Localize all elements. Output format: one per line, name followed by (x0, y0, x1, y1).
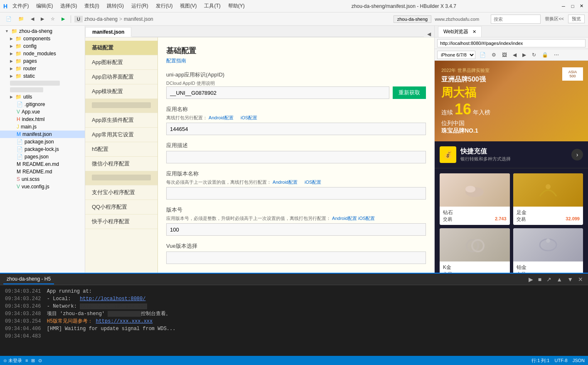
product-card-diamond[interactable]: 钻石 交易 2.743 (440, 173, 510, 225)
desc-input[interactable] (166, 151, 426, 163)
tree-item-pages[interactable]: ▶ 📁 pages (0, 57, 85, 65)
browser-refresh-button[interactable]: ↻ (530, 51, 538, 59)
browser-screenshot-button[interactable]: 🖼 (500, 51, 509, 59)
version-android-link[interactable]: Android配置 (273, 180, 298, 185)
tree-item-pages-json[interactable]: 📄 pages.json (0, 153, 85, 160)
version-num-ios-link[interactable]: iOS配置 (358, 216, 375, 221)
run-again-button[interactable]: ▶ (527, 275, 535, 284)
nav-item-native-plugins[interactable]: App原生插件配置 (85, 113, 157, 128)
bookmark-button[interactable]: ☆ (48, 15, 57, 22)
appname-input[interactable] (166, 123, 426, 135)
open-folder-button[interactable]: 📁 (16, 15, 27, 22)
tree-item-manifest-json[interactable]: M manifest.json (0, 131, 85, 138)
nav-item-uni-stats[interactable] (85, 171, 157, 185)
tree-item-static[interactable]: ▶ 📁 static (0, 72, 85, 80)
menu-file[interactable]: 文件(F) (10, 2, 31, 10)
export-button[interactable]: ↗ (545, 275, 553, 284)
menu-run[interactable]: 运行(R) (129, 2, 151, 10)
login-status[interactable]: ⊙ 未登录 (3, 358, 22, 364)
tree-item-main-js[interactable]: J main.js (0, 123, 85, 131)
browser-close-button[interactable]: ✕ (472, 29, 476, 34)
version-num-input[interactable] (166, 223, 426, 236)
browser-more-button[interactable]: ⋯ (552, 51, 561, 59)
stop-button[interactable]: ■ (536, 275, 543, 284)
nav-item-permissions[interactable] (85, 99, 157, 113)
nav-item-wechat[interactable]: 微信小程序配置 (85, 157, 157, 171)
search-input[interactable] (491, 15, 541, 24)
tree-item-readme[interactable]: M README.md (0, 168, 85, 175)
product-card-k[interactable]: K金 交易 (440, 228, 510, 273)
menu-jump[interactable]: 跳转(G) (104, 2, 126, 10)
browser-tab[interactable]: Web浏览器 ✕ (438, 26, 482, 37)
menu-view[interactable]: 视图(V) (177, 2, 199, 10)
browser-lock-button[interactable]: 🔒 (540, 51, 550, 59)
minimize-button[interactable]: ─ (561, 3, 566, 9)
appid-input[interactable] (166, 86, 389, 99)
tree-item-node-modules[interactable]: ▶ 📁 node_modules (0, 50, 85, 57)
nav-item-qq[interactable]: QQ小程序配置 (85, 200, 157, 215)
nav-item-h5[interactable]: h5配置 (85, 142, 157, 157)
browser-back-button[interactable]: ◀ (511, 51, 518, 59)
run-button[interactable]: ▶ (59, 15, 67, 22)
breadcrumb-file[interactable]: manifest.json (124, 16, 153, 22)
nav-item-splash[interactable]: App启动界面配置 (85, 70, 157, 84)
local-url-link[interactable]: http://localhost:8080/ (80, 296, 145, 302)
faq-link[interactable]: https://xxx.xxx.xxx (96, 318, 153, 324)
menu-edit[interactable]: 编辑(E) (34, 2, 55, 10)
menu-help[interactable]: 帮助(Y) (226, 2, 247, 10)
product-card-gold[interactable]: 足金 交易 32.099 (513, 173, 583, 225)
appid-link[interactable]: DCloud AppID 使用说明 (166, 81, 215, 86)
tree-item-gitignore[interactable]: 📄 .gitignore (0, 101, 85, 108)
menu-select[interactable]: 选择(S) (58, 2, 79, 10)
tree-item-vue-config[interactable]: V vue.config.js (0, 183, 85, 190)
vue-version-input[interactable] (166, 252, 426, 264)
version-name-input[interactable] (166, 187, 426, 200)
nav-item-kuaishou[interactable]: 快手小程序配置 (85, 215, 157, 229)
scroll-down-button[interactable]: ▼ (566, 275, 575, 284)
tree-root[interactable]: ▼ 📁 zhou-da-sheng (0, 27, 85, 35)
nav-item-alipay[interactable]: 支付宝小程序配置 (85, 185, 157, 200)
tree-item-utils[interactable]: ▶ 📁 utils (0, 93, 85, 101)
tree-item-config[interactable]: ▶ 📁 config (0, 42, 85, 50)
maximize-button[interactable]: □ (570, 3, 576, 9)
device-selector[interactable]: iPhone 6/7/8 (437, 51, 475, 59)
version-ios-link[interactable]: iOS配置 (305, 180, 321, 185)
forward-button[interactable]: ▶ (38, 15, 47, 22)
replace-button[interactable]: 替换区<< (542, 15, 566, 23)
scroll-up-button[interactable]: ▲ (555, 275, 564, 284)
nav-item-basic[interactable]: 基础配置 (85, 41, 157, 55)
close-panel-button[interactable]: ✕ (576, 275, 585, 284)
browser-forward-button[interactable]: ▶ (521, 51, 528, 59)
android-config-link[interactable]: Android配置 (209, 115, 234, 120)
browser-open-button[interactable]: 📄 (478, 51, 487, 59)
editor-tab-manifest[interactable]: manifest.json (85, 27, 131, 37)
preview-button[interactable]: 预览 (568, 15, 585, 23)
back-button[interactable]: ◀ (28, 15, 37, 22)
tree-item-app-vue[interactable]: V App.vue (0, 108, 85, 116)
browser-settings-button[interactable]: ⚙ (490, 51, 498, 59)
nav-item-other[interactable]: App常用其它设置 (85, 128, 157, 142)
close-button[interactable]: ✕ (579, 3, 585, 9)
quick-arrow-icon[interactable]: › (571, 149, 583, 160)
tree-item-package-lock[interactable]: 📄 package-lock.js (0, 146, 85, 153)
tree-item-router[interactable]: ▶ 📁 router (0, 65, 85, 72)
tree-item-components[interactable]: ▶ 📁 components (0, 35, 85, 42)
menu-find[interactable]: 查找(I) (82, 2, 101, 10)
tree-item-readme-en[interactable]: M README.en.md (0, 160, 85, 168)
tree-item-index-html[interactable]: H index.html (0, 116, 85, 123)
nav-item-icon[interactable]: App图标配置 (85, 55, 157, 70)
menu-publish[interactable]: 发行(U) (153, 2, 175, 10)
refresh-appid-button[interactable]: 重新获取 (393, 86, 426, 99)
tree-item-package-json[interactable]: 📄 package.json (0, 138, 85, 146)
ios-config-link[interactable]: iOS配置 (241, 115, 257, 120)
bottom-tab-console[interactable]: zhou-da-sheng - H5 (3, 274, 54, 284)
new-file-button[interactable]: 📄 (3, 15, 14, 22)
config-guide-link[interactable]: 配置指南 (166, 57, 426, 64)
browser-address-input[interactable] (437, 39, 586, 47)
nav-item-modules[interactable]: App模块配置 (85, 84, 157, 99)
version-num-android-link[interactable]: Android配置 (332, 216, 357, 221)
sidebar-toggle-button[interactable]: ◀ (424, 31, 434, 37)
menu-tools[interactable]: 工具(T) (202, 2, 223, 10)
tree-item-uni-scss[interactable]: S uni.scss (0, 175, 85, 183)
breadcrumb-project[interactable]: zhou-da-sheng (84, 16, 118, 22)
